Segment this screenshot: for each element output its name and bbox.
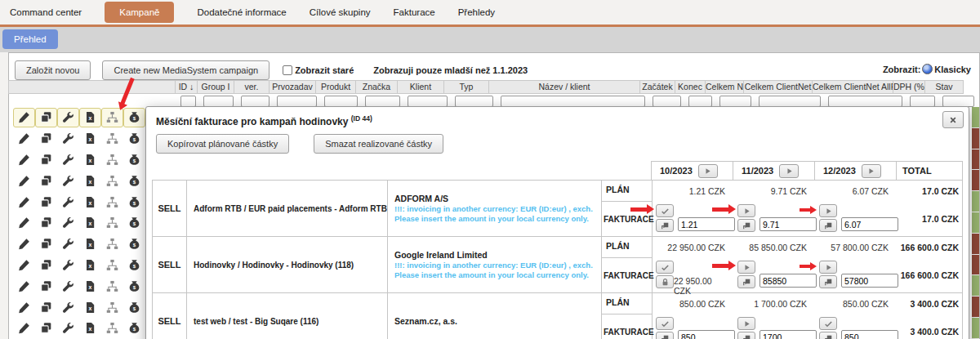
- excel-export-button[interactable]: x: [79, 276, 101, 296]
- column-header-3[interactable]: ver.: [234, 80, 270, 94]
- column-header-13[interactable]: Celkem ClientNet: [743, 80, 813, 94]
- column-header-15[interactable]: DPH (%): [893, 80, 925, 94]
- invoicing-button[interactable]: $: [123, 192, 145, 212]
- tools-button[interactable]: [57, 129, 79, 149]
- edit-button[interactable]: [13, 213, 35, 233]
- excel-export-button[interactable]: x: [79, 255, 101, 274]
- set-invoice-button[interactable]: [737, 261, 755, 274]
- invoice-amount-input[interactable]: [841, 217, 898, 231]
- column-header-7[interactable]: Klient: [397, 80, 444, 94]
- confirmed-button[interactable]: [656, 204, 674, 217]
- structure-button[interactable]: [101, 213, 123, 233]
- column-header-16[interactable]: Stav: [924, 80, 964, 94]
- invoicing-button[interactable]: $: [123, 276, 145, 296]
- structure-button[interactable]: [101, 234, 123, 254]
- filter-input-14[interactable]: [828, 96, 902, 107]
- set-invoice-button[interactable]: [737, 317, 755, 330]
- column-header-5[interactable]: Produkt: [315, 80, 356, 94]
- excel-export-button[interactable]: x: [79, 297, 101, 317]
- structure-button[interactable]: [101, 171, 123, 190]
- filter-input-5[interactable]: [324, 96, 358, 107]
- duplicate-button[interactable]: [35, 129, 57, 149]
- copy-plan-button[interactable]: [737, 332, 755, 339]
- excel-export-button[interactable]: x: [79, 171, 101, 190]
- tools-button[interactable]: [57, 297, 79, 317]
- filter-input-7[interactable]: [408, 96, 448, 107]
- tools-button[interactable]: [57, 276, 79, 296]
- column-header-11[interactable]: Konec: [675, 80, 706, 94]
- invoicing-button[interactable]: $: [123, 171, 145, 190]
- duplicate-button[interactable]: [35, 234, 57, 254]
- confirmed-button[interactable]: [656, 261, 674, 274]
- structure-button[interactable]: [101, 276, 123, 296]
- invoice-amount-input[interactable]: [841, 274, 898, 288]
- invoice-amount-input[interactable]: [760, 330, 817, 339]
- column-header-10[interactable]: Začátek: [639, 80, 675, 94]
- column-header-2[interactable]: Group I: [197, 80, 234, 94]
- nav-item-kampane[interactable]: Kampaně: [105, 2, 174, 23]
- month-advance-button[interactable]: [779, 164, 799, 178]
- edit-button[interactable]: [13, 192, 35, 212]
- edit-button[interactable]: [13, 319, 35, 338]
- excel-export-button[interactable]: x: [79, 319, 101, 338]
- structure-button[interactable]: [101, 108, 123, 127]
- filter-input-4[interactable]: [277, 96, 317, 107]
- copy-plan-button[interactable]: [737, 275, 755, 288]
- duplicate-button[interactable]: [35, 213, 57, 233]
- column-header-8[interactable]: Typ: [443, 80, 489, 94]
- copy-plan-button[interactable]: [656, 332, 674, 339]
- filter-input-13[interactable]: [759, 96, 821, 107]
- excel-export-button[interactable]: x: [79, 108, 101, 127]
- invoice-amount-input[interactable]: [841, 330, 898, 339]
- excel-export-button[interactable]: x: [79, 213, 101, 233]
- excel-export-button[interactable]: x: [79, 192, 101, 212]
- invoicing-button[interactable]: $: [123, 213, 145, 233]
- tools-button[interactable]: [57, 171, 79, 190]
- invoicing-button[interactable]: $: [123, 255, 145, 274]
- copy-planned-amounts-button[interactable]: Kopírovat plánované částky: [156, 134, 289, 154]
- invoicing-button[interactable]: $: [123, 319, 145, 338]
- duplicate-button[interactable]: [35, 171, 57, 190]
- structure-button[interactable]: [101, 149, 123, 169]
- tools-button[interactable]: [57, 213, 79, 233]
- duplicate-button[interactable]: [35, 297, 57, 317]
- excel-export-button[interactable]: x: [79, 149, 101, 169]
- edit-button[interactable]: [13, 108, 35, 127]
- column-header-4[interactable]: Prvozadav: [269, 80, 316, 94]
- display-mode-radio[interactable]: [922, 64, 933, 74]
- column-header-14[interactable]: Celkem ClientNet AllFees: [812, 80, 893, 94]
- copy-plan-button[interactable]: [819, 219, 837, 232]
- copy-plan-button[interactable]: [819, 275, 837, 288]
- filter-input-2[interactable]: [203, 96, 234, 107]
- tools-button[interactable]: [57, 108, 79, 127]
- month-advance-button[interactable]: [698, 164, 718, 178]
- confirmed-button[interactable]: [656, 317, 674, 330]
- duplicate-button[interactable]: [35, 319, 57, 338]
- edit-button[interactable]: [13, 234, 35, 254]
- edit-button[interactable]: [13, 297, 35, 317]
- filter-input-1[interactable]: [180, 96, 196, 107]
- tools-button[interactable]: [57, 192, 79, 212]
- duplicate-button[interactable]: [35, 192, 57, 212]
- nav-item-fakturace[interactable]: Fakturace: [394, 7, 435, 17]
- structure-button[interactable]: [101, 192, 123, 212]
- tools-button[interactable]: [57, 234, 79, 254]
- copy-plan-button[interactable]: [737, 219, 755, 232]
- edit-button[interactable]: [13, 171, 35, 190]
- invoice-amount-input[interactable]: [678, 330, 735, 339]
- duplicate-button[interactable]: [35, 255, 57, 274]
- delete-realized-amounts-button[interactable]: Smazat realizované částky: [314, 134, 443, 154]
- invoice-amount-input[interactable]: [760, 274, 817, 288]
- nav-item-command-center[interactable]: Command center: [10, 7, 82, 17]
- invoicing-button[interactable]: $: [123, 108, 145, 127]
- confirmed-button[interactable]: [819, 317, 837, 330]
- filter-input-8[interactable]: [455, 96, 493, 107]
- edit-button[interactable]: [13, 255, 35, 274]
- structure-button[interactable]: [101, 319, 123, 338]
- copy-plan-button[interactable]: [819, 332, 837, 339]
- tools-button[interactable]: [57, 255, 79, 274]
- tools-button[interactable]: [57, 319, 79, 338]
- duplicate-button[interactable]: [35, 276, 57, 296]
- structure-button[interactable]: [101, 297, 123, 317]
- month-advance-button[interactable]: [862, 164, 881, 178]
